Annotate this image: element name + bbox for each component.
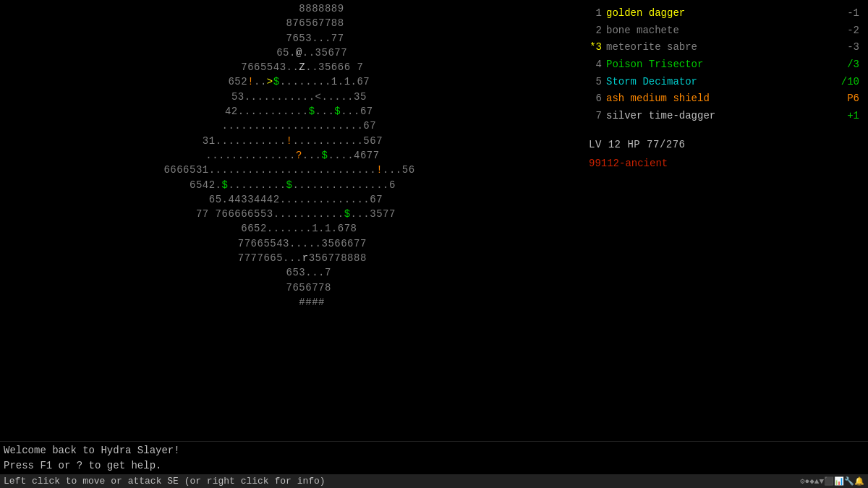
item-number: 4 <box>587 57 602 73</box>
item-stat: /10 <box>830 74 859 90</box>
map-line: 6666531..........................!...56 <box>163 163 414 177</box>
map-line: 42...........$...$...67 <box>205 104 373 119</box>
item-stat: -3 <box>830 40 859 56</box>
item-number: *3 <box>587 40 602 56</box>
map-line: 65.@..35677 <box>231 46 347 60</box>
stats-line: LV 12 HP 77/276 <box>589 139 859 150</box>
item-name: Storm Decimator <box>606 74 830 90</box>
map-line: 652!..>$........1.1.67 <box>209 74 370 89</box>
inventory-item-3: *3 meteorite sabre-3 <box>587 40 859 56</box>
map-line: 7665543..Z..35666 7 <box>216 60 364 74</box>
map-line: ..............?...$....4677 <box>199 148 379 163</box>
game-map: 8888889 876567788 7653...77 65.@..35677 … <box>0 0 579 463</box>
item-name: Poison Trisector <box>606 57 830 73</box>
map-line: 77 766666553...........$...3577 <box>183 207 396 221</box>
stats-area: LV 12 HP 77/276 99112-ancient <box>587 139 859 169</box>
item-name: golden dagger <box>606 6 830 22</box>
map-line: 6542.$.........$...............6 <box>183 178 396 192</box>
item-stat: -1 <box>830 6 859 22</box>
map-line: 7656778 <box>247 281 331 295</box>
map-line: 31...........!...........567 <box>196 134 383 148</box>
item-name: silver time-dagger <box>606 108 830 124</box>
item-stat: +1 <box>830 108 859 124</box>
map-line: 7653...77 <box>234 31 344 46</box>
status-bar: Left click to move or attack SE (or righ… <box>0 474 868 488</box>
item-number: 1 <box>587 6 602 22</box>
inventory-item-6: 6 ash medium shieldP6 <box>587 91 859 107</box>
inventory-item-1: 1 golden dagger-1 <box>587 6 859 22</box>
map-line: 8888889 <box>234 1 344 16</box>
map-line: 77665543.....3566677 <box>212 236 367 251</box>
welcome-line2: Press F1 or ? to get help. <box>0 458 868 474</box>
status-icons: ⚙●◆▲▼⬛📊🔧🔔 <box>800 476 864 486</box>
item-number: 5 <box>587 74 602 90</box>
map-line: 876567788 <box>234 16 344 30</box>
item-name: ash medium shield <box>606 91 830 107</box>
map-line: #### <box>254 295 325 309</box>
bottom-bar: Welcome back to Hydra Slayer! Press F1 o… <box>0 441 868 488</box>
item-name: bone machete <box>606 23 830 39</box>
inventory-item-4: 4 Poison Trisector/3 <box>587 57 859 73</box>
sidebar: 1 golden dagger-12 bone machete-2*3 mete… <box>579 0 868 463</box>
item-number: 7 <box>587 108 602 124</box>
inventory-item-2: 2 bone machete-2 <box>587 23 859 39</box>
map-line: 6652.......1.1.678 <box>222 221 357 236</box>
inventory-item-7: 7 silver time-dagger+1 <box>587 108 859 124</box>
map-line: 53...........<.....35 <box>212 90 367 104</box>
status-bar-text: Left click to move or attack SE (or righ… <box>4 476 326 487</box>
map-line: 7777665...r356778888 <box>212 251 367 265</box>
inventory-item-5: 5 Storm Decimator/10 <box>587 74 859 90</box>
map-line: 653...7 <box>247 265 331 280</box>
map-line: ......................67 <box>203 119 376 133</box>
item-stat: P6 <box>830 91 859 107</box>
item-number: 6 <box>587 91 602 107</box>
welcome-line1: Welcome back to Hydra Slayer! <box>0 443 868 459</box>
status-text: 99112-ancient <box>589 158 859 169</box>
item-name: meteorite sabre <box>606 40 830 56</box>
item-stat: -2 <box>830 23 859 39</box>
item-number: 2 <box>587 23 602 39</box>
map-line: 65.44334442..............67 <box>196 192 383 207</box>
item-stat: /3 <box>830 57 859 73</box>
